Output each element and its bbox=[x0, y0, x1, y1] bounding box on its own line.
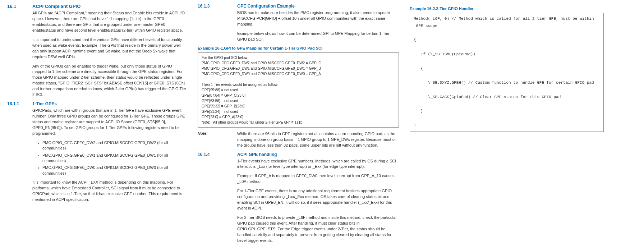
paragraph: BIOS has to make sure besides the PMC re… bbox=[237, 10, 399, 27]
note-row: Note: While there are 96 bits in GPE reg… bbox=[198, 131, 399, 148]
section-number: 16.1.3 bbox=[198, 4, 237, 9]
list-item: PMC.GPIO_CFG.GPE0_DW0 and GPIO.MISCCFG.G… bbox=[42, 165, 187, 176]
section-number: 16.1.4 bbox=[198, 152, 237, 157]
paragraph: Example: If GPP_A is mapped to GPE0_DW0 … bbox=[237, 173, 399, 185]
paragraph: For 1-Tier GPE events, there is no any a… bbox=[237, 188, 399, 211]
paragraph: Example below shows how it can be determ… bbox=[237, 31, 399, 42]
paragraph: It is important to know the ACPI _LXX me… bbox=[32, 180, 187, 203]
section-title: 1-Tier GPEs bbox=[32, 101, 57, 106]
example-label: Example 16-2.2-Tier GPIO Handler bbox=[410, 6, 604, 11]
column-2: 16.1.3 GPE Configuration Example BIOS ha… bbox=[198, 4, 399, 244]
note-label: Note: bbox=[198, 131, 237, 148]
bullet-list: PMC.GPIO_CFG.GPE0_DW2 and GPIO.MISCCFG.G… bbox=[36, 140, 187, 176]
example-label: Example 16-1.GPI to GPE Mapping for Cert… bbox=[198, 46, 399, 50]
section-number: 16.1 bbox=[7, 4, 32, 9]
code-box-example-16-2: Method(_L6F, 0) // Method which is calle… bbox=[410, 13, 604, 132]
list-item: PMC.GPIO_CFG.GPE0_DW1 and GPIO.MISCCFG.G… bbox=[42, 153, 187, 164]
paragraph: All GPIs are "ACPI Compliant," meaning t… bbox=[32, 10, 187, 33]
code-box-example-16-1: For the GPIO pad SCI below: PMC.GPIO_CFG… bbox=[198, 52, 399, 128]
section-16-1-1-header: 16.1.1 1-Tier GPEs bbox=[7, 101, 187, 106]
note-body: While there are 96 bits in GPE registers… bbox=[237, 131, 399, 148]
list-item: PMC.GPIO_CFG.GPE0_DW2 and GPIO.MISCCFG.G… bbox=[42, 140, 187, 151]
column-1: 16.1 ACPI Compliant GPIO All GPIs are "A… bbox=[7, 4, 187, 244]
paragraph: 1-Tier events have exclusive GPE numbers… bbox=[237, 158, 399, 170]
paragraph: For 2-Tier BIOS needs to provide _L6F me… bbox=[237, 215, 399, 244]
section-16-1-header: 16.1 ACPI Compliant GPIO bbox=[7, 4, 187, 9]
section-number: 16.1.1 bbox=[7, 101, 32, 106]
column-3: Example 16-2.2-Tier GPIO Handler Method(… bbox=[410, 4, 604, 244]
paragraph: It is important to understand that the v… bbox=[32, 37, 187, 60]
section-16-1-3-header: 16.1.3 GPE Configuration Example bbox=[198, 4, 399, 9]
section-title: ACPI Compliant GPIO bbox=[32, 4, 80, 9]
paragraph: GPIOPads, which are within groups that a… bbox=[32, 108, 187, 137]
section-title: GPE Configuration Example bbox=[237, 4, 295, 9]
section-title: ACPI GPE handling bbox=[237, 152, 277, 157]
section-16-1-4-header: 16.1.4 ACPI GPE handling bbox=[198, 152, 399, 157]
paragraph: Any of the GPIOs can be enabled to trigg… bbox=[32, 64, 187, 98]
